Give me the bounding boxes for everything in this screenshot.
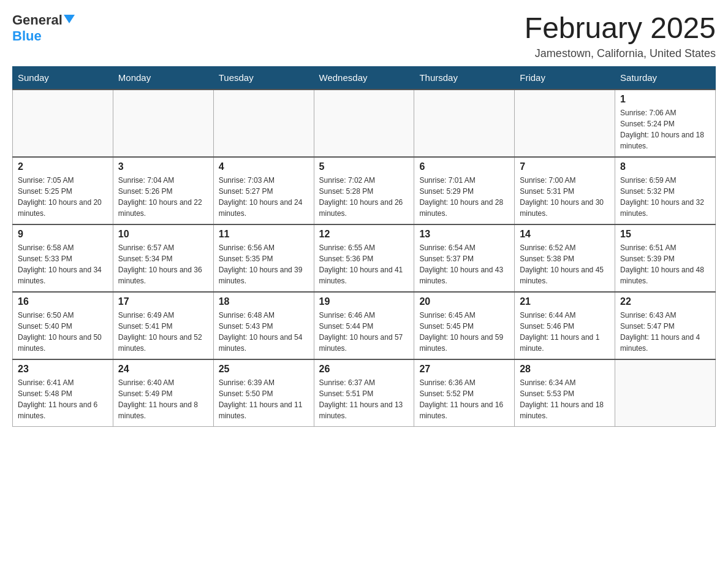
calendar-week-row-4: 16Sunrise: 6:50 AMSunset: 5:40 PMDayligh… xyxy=(13,292,716,359)
day-info: Sunrise: 6:46 AMSunset: 5:44 PMDaylight:… xyxy=(319,310,409,354)
calendar-cell: 23Sunrise: 6:41 AMSunset: 5:48 PMDayligh… xyxy=(13,359,113,427)
weekday-header-saturday: Saturday xyxy=(615,66,716,90)
day-number: 9 xyxy=(18,229,108,240)
day-number: 13 xyxy=(419,229,509,240)
logo-general-text: General xyxy=(12,12,63,28)
calendar-cell: 7Sunrise: 7:00 AMSunset: 5:31 PMDaylight… xyxy=(515,157,615,224)
calendar-cell: 19Sunrise: 6:46 AMSunset: 5:44 PMDayligh… xyxy=(314,292,414,359)
day-info: Sunrise: 6:37 AMSunset: 5:51 PMDaylight:… xyxy=(319,377,409,421)
day-info: Sunrise: 6:40 AMSunset: 5:49 PMDaylight:… xyxy=(118,377,208,421)
calendar-cell: 15Sunrise: 6:51 AMSunset: 5:39 PMDayligh… xyxy=(615,224,716,292)
calendar-cell: 28Sunrise: 6:34 AMSunset: 5:53 PMDayligh… xyxy=(515,359,615,427)
calendar-cell: 27Sunrise: 6:36 AMSunset: 5:52 PMDayligh… xyxy=(414,359,515,427)
month-year-title: February 2025 xyxy=(525,12,716,45)
day-number: 2 xyxy=(18,161,108,172)
calendar-cell: 18Sunrise: 6:48 AMSunset: 5:43 PMDayligh… xyxy=(213,292,314,359)
calendar-cell xyxy=(314,90,414,157)
calendar-cell: 14Sunrise: 6:52 AMSunset: 5:38 PMDayligh… xyxy=(515,224,615,292)
day-info: Sunrise: 6:41 AMSunset: 5:48 PMDaylight:… xyxy=(18,377,108,421)
calendar-cell: 16Sunrise: 6:50 AMSunset: 5:40 PMDayligh… xyxy=(13,292,113,359)
calendar-cell: 1Sunrise: 7:06 AMSunset: 5:24 PMDaylight… xyxy=(615,90,716,157)
day-number: 3 xyxy=(118,161,208,172)
logo-triangle-icon xyxy=(64,15,75,23)
day-info: Sunrise: 6:48 AMSunset: 5:43 PMDaylight:… xyxy=(219,310,309,354)
calendar-cell: 8Sunrise: 6:59 AMSunset: 5:32 PMDaylight… xyxy=(615,157,716,224)
day-info: Sunrise: 6:55 AMSunset: 5:36 PMDaylight:… xyxy=(319,242,409,286)
day-number: 1 xyxy=(620,94,710,105)
weekday-header-tuesday: Tuesday xyxy=(213,66,314,90)
day-number: 23 xyxy=(18,364,108,375)
calendar-cell: 17Sunrise: 6:49 AMSunset: 5:41 PMDayligh… xyxy=(113,292,213,359)
day-info: Sunrise: 7:04 AMSunset: 5:26 PMDaylight:… xyxy=(118,175,208,219)
calendar-cell: 25Sunrise: 6:39 AMSunset: 5:50 PMDayligh… xyxy=(213,359,314,427)
day-number: 27 xyxy=(419,364,509,375)
weekday-header-monday: Monday xyxy=(113,66,213,90)
calendar-cell xyxy=(515,90,615,157)
calendar-cell: 6Sunrise: 7:01 AMSunset: 5:29 PMDaylight… xyxy=(414,157,515,224)
day-number: 26 xyxy=(319,364,409,375)
day-info: Sunrise: 7:03 AMSunset: 5:27 PMDaylight:… xyxy=(219,175,309,219)
day-info: Sunrise: 6:45 AMSunset: 5:45 PMDaylight:… xyxy=(419,310,509,354)
day-info: Sunrise: 7:05 AMSunset: 5:25 PMDaylight:… xyxy=(18,175,108,219)
day-info: Sunrise: 6:49 AMSunset: 5:41 PMDaylight:… xyxy=(118,310,208,354)
calendar-cell xyxy=(615,359,716,427)
day-info: Sunrise: 6:36 AMSunset: 5:52 PMDaylight:… xyxy=(419,377,509,421)
day-number: 18 xyxy=(219,296,309,307)
calendar-cell: 20Sunrise: 6:45 AMSunset: 5:45 PMDayligh… xyxy=(414,292,515,359)
calendar-cell xyxy=(213,90,314,157)
day-number: 6 xyxy=(419,161,509,172)
calendar-week-row-2: 2Sunrise: 7:05 AMSunset: 5:25 PMDaylight… xyxy=(13,157,716,224)
day-number: 5 xyxy=(319,161,409,172)
calendar-cell: 22Sunrise: 6:43 AMSunset: 5:47 PMDayligh… xyxy=(615,292,716,359)
calendar-cell xyxy=(113,90,213,157)
day-info: Sunrise: 7:06 AMSunset: 5:24 PMDaylight:… xyxy=(620,107,710,151)
calendar-cell: 11Sunrise: 6:56 AMSunset: 5:35 PMDayligh… xyxy=(213,224,314,292)
weekday-header-thursday: Thursday xyxy=(414,66,515,90)
day-info: Sunrise: 6:51 AMSunset: 5:39 PMDaylight:… xyxy=(620,242,710,286)
calendar-cell: 10Sunrise: 6:57 AMSunset: 5:34 PMDayligh… xyxy=(113,224,213,292)
day-number: 17 xyxy=(118,296,208,307)
calendar-table: SundayMondayTuesdayWednesdayThursdayFrid… xyxy=(12,66,716,427)
day-info: Sunrise: 6:34 AMSunset: 5:53 PMDaylight:… xyxy=(520,377,610,421)
day-info: Sunrise: 6:58 AMSunset: 5:33 PMDaylight:… xyxy=(18,242,108,286)
calendar-cell: 13Sunrise: 6:54 AMSunset: 5:37 PMDayligh… xyxy=(414,224,515,292)
calendar-week-row-3: 9Sunrise: 6:58 AMSunset: 5:33 PMDaylight… xyxy=(13,224,716,292)
day-info: Sunrise: 7:01 AMSunset: 5:29 PMDaylight:… xyxy=(419,175,509,219)
calendar-cell: 21Sunrise: 6:44 AMSunset: 5:46 PMDayligh… xyxy=(515,292,615,359)
weekday-header-sunday: Sunday xyxy=(13,66,113,90)
day-number: 25 xyxy=(219,364,309,375)
day-info: Sunrise: 7:02 AMSunset: 5:28 PMDaylight:… xyxy=(319,175,409,219)
day-number: 14 xyxy=(520,229,610,240)
calendar-cell: 5Sunrise: 7:02 AMSunset: 5:28 PMDaylight… xyxy=(314,157,414,224)
day-info: Sunrise: 6:43 AMSunset: 5:47 PMDaylight:… xyxy=(620,310,710,354)
calendar-cell: 24Sunrise: 6:40 AMSunset: 5:49 PMDayligh… xyxy=(113,359,213,427)
day-number: 22 xyxy=(620,296,710,307)
day-number: 11 xyxy=(219,229,309,240)
calendar-cell: 3Sunrise: 7:04 AMSunset: 5:26 PMDaylight… xyxy=(113,157,213,224)
title-section: February 2025 Jamestown, California, Uni… xyxy=(525,12,716,60)
calendar-week-row-5: 23Sunrise: 6:41 AMSunset: 5:48 PMDayligh… xyxy=(13,359,716,427)
calendar-cell xyxy=(13,90,113,157)
day-info: Sunrise: 6:39 AMSunset: 5:50 PMDaylight:… xyxy=(219,377,309,421)
day-number: 20 xyxy=(419,296,509,307)
calendar-cell: 26Sunrise: 6:37 AMSunset: 5:51 PMDayligh… xyxy=(314,359,414,427)
day-number: 10 xyxy=(118,229,208,240)
weekday-header-row: SundayMondayTuesdayWednesdayThursdayFrid… xyxy=(13,66,716,90)
day-number: 12 xyxy=(319,229,409,240)
calendar-cell: 12Sunrise: 6:55 AMSunset: 5:36 PMDayligh… xyxy=(314,224,414,292)
day-number: 15 xyxy=(620,229,710,240)
day-number: 7 xyxy=(520,161,610,172)
calendar-cell: 2Sunrise: 7:05 AMSunset: 5:25 PMDaylight… xyxy=(13,157,113,224)
weekday-header-friday: Friday xyxy=(515,66,615,90)
day-number: 19 xyxy=(319,296,409,307)
day-number: 16 xyxy=(18,296,108,307)
day-number: 28 xyxy=(520,364,610,375)
day-info: Sunrise: 6:52 AMSunset: 5:38 PMDaylight:… xyxy=(520,242,610,286)
calendar-cell xyxy=(414,90,515,157)
calendar-cell: 9Sunrise: 6:58 AMSunset: 5:33 PMDaylight… xyxy=(13,224,113,292)
day-info: Sunrise: 6:59 AMSunset: 5:32 PMDaylight:… xyxy=(620,175,710,219)
location-subtitle: Jamestown, California, United States xyxy=(525,47,716,60)
day-info: Sunrise: 6:50 AMSunset: 5:40 PMDaylight:… xyxy=(18,310,108,354)
logo-blue-text: Blue xyxy=(12,28,42,44)
calendar-week-row-1: 1Sunrise: 7:06 AMSunset: 5:24 PMDaylight… xyxy=(13,90,716,157)
